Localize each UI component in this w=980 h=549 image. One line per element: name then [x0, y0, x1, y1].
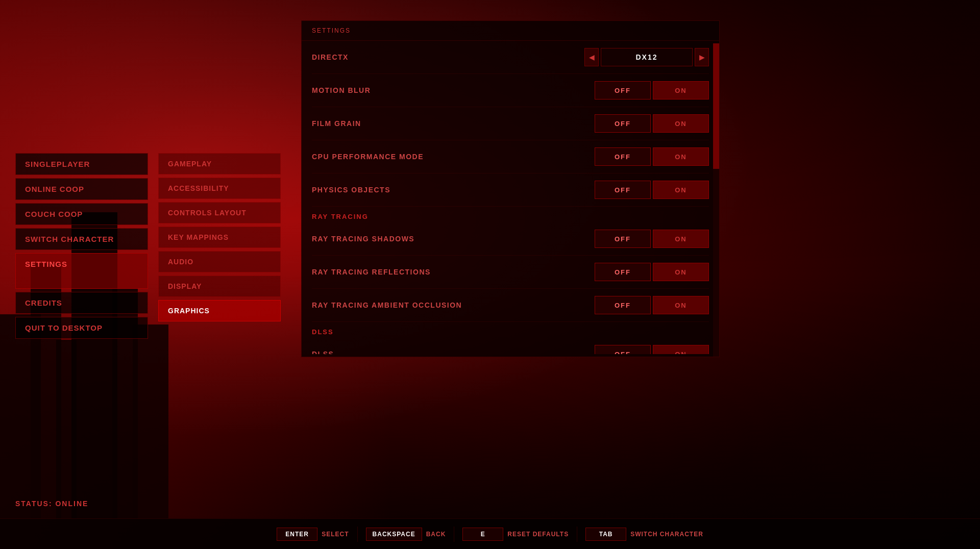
directx-value: DX12 — [601, 48, 693, 66]
rt-reflections-toggle: OFF ON — [595, 263, 709, 281]
menu-credits[interactable]: CREDITS — [15, 292, 148, 314]
separator-1 — [357, 527, 358, 542]
setting-row-cpu-perf: CPU PERFORMANCE MODE OFF ON — [312, 140, 709, 173]
setting-row-rt-ambient: RAY TRACING AMBIENT OCCLUSION OFF ON — [312, 289, 709, 322]
backspace-key-action: BACK — [426, 531, 446, 538]
submenu-gameplay[interactable]: GAMEPLAY — [158, 153, 281, 174]
status-bar: STATUS: ONLINE — [15, 499, 88, 508]
dlss-on-btn[interactable]: ON — [653, 345, 709, 354]
rt-ambient-off-btn[interactable]: OFF — [595, 296, 651, 314]
film-grain-toggle: OFF ON — [595, 114, 709, 133]
tab-key-action: SWITCH CHARACTER — [630, 531, 703, 538]
menu-online-coop[interactable]: ONLINE COOP — [15, 178, 148, 200]
directx-next-btn[interactable]: ▶ — [695, 48, 709, 66]
motion-blur-toggle: OFF ON — [595, 81, 709, 99]
left-menu: SINGLEPLAYER ONLINE COOP COUCH COOP SWIT… — [15, 153, 163, 342]
rt-reflections-off-btn[interactable]: OFF — [595, 263, 651, 281]
setting-label-rt-reflections: RAY TRACING REFLECTIONS — [312, 268, 431, 276]
setting-row-rt-reflections: RAY TRACING REFLECTIONS OFF ON — [312, 256, 709, 289]
submenu-graphics[interactable]: GRAPHICS — [158, 300, 281, 321]
dlss-off-btn[interactable]: OFF — [595, 345, 651, 354]
panel-header: SETTINGS — [302, 21, 719, 41]
e-key-badge: E — [462, 528, 503, 541]
section-ray-tracing: RAY TRACING — [312, 207, 709, 222]
enter-key-badge: ENTER — [277, 528, 317, 541]
hint-tab: TAB SWITCH CHARACTER — [585, 528, 703, 541]
physics-toggle: OFF ON — [595, 181, 709, 199]
cpu-perf-off-btn[interactable]: OFF — [595, 147, 651, 166]
hint-backspace: BACKSPACE BACK — [366, 528, 446, 541]
menu-singleplayer[interactable]: SINGLEPLAYER — [15, 153, 148, 175]
submenu-controls[interactable]: CONTROLS LAYOUT — [158, 202, 281, 223]
physics-off-btn[interactable]: OFF — [595, 181, 651, 199]
submenu-keymappings[interactable]: KEY MAPPINGS — [158, 227, 281, 248]
settings-panel: SETTINGS DirectX ◀ DX12 ▶ MOTION BLUR OF… — [301, 20, 720, 357]
enter-key-action: SELECT — [322, 531, 349, 538]
setting-label-directx: DirectX — [312, 53, 349, 61]
separator-3 — [577, 527, 577, 542]
rt-shadows-off-btn[interactable]: OFF — [595, 230, 651, 248]
submenu-audio[interactable]: AUDIO — [158, 251, 281, 272]
dlss-toggle: OFF ON — [595, 345, 709, 354]
tab-key-badge: TAB — [585, 528, 626, 541]
setting-row-dlss: DLSS OFF ON — [312, 338, 709, 354]
cpu-perf-toggle: OFF ON — [595, 147, 709, 166]
submenu-accessibility[interactable]: ACCESSIBILITY — [158, 178, 281, 199]
directx-control: ◀ DX12 ▶ — [584, 48, 709, 66]
menu-quit[interactable]: QUIT TO DESKTOP — [15, 317, 148, 339]
scrollbar-thumb — [713, 43, 719, 169]
film-grain-on-btn[interactable]: ON — [653, 114, 709, 133]
directx-prev-btn[interactable]: ◀ — [584, 48, 599, 66]
setting-label-film-grain: FILM GRAIN — [312, 119, 361, 128]
separator-2 — [454, 527, 454, 542]
setting-label-motion-blur: MOTION BLUR — [312, 86, 371, 94]
hint-e: E RESET DEFAULTS — [462, 528, 569, 541]
setting-label-cpu-perf: CPU PERFORMANCE MODE — [312, 153, 424, 161]
rt-shadows-toggle: OFF ON — [595, 230, 709, 248]
scrollbar[interactable] — [713, 43, 719, 357]
status-text: STATUS: ONLINE — [15, 500, 88, 508]
setting-row-directx: DirectX ◀ DX12 ▶ — [312, 41, 709, 74]
setting-row-rt-shadows: RAY TRACING SHADOWS OFF ON — [312, 222, 709, 256]
setting-row-physics: PHYSICS OBJECTS OFF ON — [312, 173, 709, 207]
rt-ambient-on-btn[interactable]: ON — [653, 296, 709, 314]
menu-settings[interactable]: SETTINGS — [15, 253, 148, 289]
backspace-key-badge: BACKSPACE — [366, 528, 422, 541]
rt-reflections-on-btn[interactable]: ON — [653, 263, 709, 281]
setting-label-rt-shadows: RAY TRACING SHADOWS — [312, 235, 414, 243]
menu-switch-character[interactable]: SWITCH CHARACTER — [15, 228, 148, 250]
film-grain-off-btn[interactable]: OFF — [595, 114, 651, 133]
motion-blur-on-btn[interactable]: ON — [653, 81, 709, 99]
right-submenu: GAMEPLAY ACCESSIBILITY CONTROLS LAYOUT K… — [158, 153, 286, 325]
settings-content: DirectX ◀ DX12 ▶ MOTION BLUR OFF ON FILM… — [302, 41, 719, 354]
menu-couch-coop[interactable]: COUCH COOP — [15, 203, 148, 225]
rt-ambient-toggle: OFF ON — [595, 296, 709, 314]
submenu-display[interactable]: DISPLAY — [158, 276, 281, 297]
physics-on-btn[interactable]: ON — [653, 181, 709, 199]
cpu-perf-on-btn[interactable]: ON — [653, 147, 709, 166]
setting-row-motion-blur: MOTION BLUR OFF ON — [312, 74, 709, 107]
setting-label-physics: PHYSICS OBJECTS — [312, 186, 390, 194]
bottom-bar: ENTER SELECT BACKSPACE BACK E RESET DEFA… — [0, 518, 980, 549]
setting-row-film-grain: FILM GRAIN OFF ON — [312, 107, 709, 140]
rt-shadows-on-btn[interactable]: ON — [653, 230, 709, 248]
motion-blur-off-btn[interactable]: OFF — [595, 81, 651, 99]
e-key-action: RESET DEFAULTS — [507, 531, 569, 538]
hint-enter: ENTER SELECT — [277, 528, 349, 541]
setting-label-dlss: DLSS — [312, 350, 334, 354]
setting-label-rt-ambient: RAY TRACING AMBIENT OCCLUSION — [312, 301, 462, 309]
section-dlss: DLSS — [312, 322, 709, 338]
